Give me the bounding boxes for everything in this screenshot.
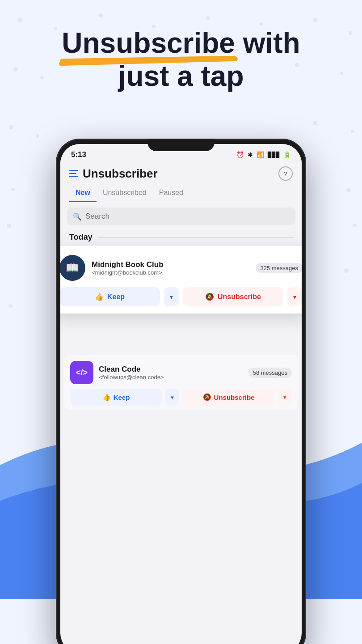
keep-label-cc: Keep [114,394,130,401]
search-icon: 🔍 [73,212,82,221]
keep-button-mbc[interactable]: 👍 Keep [60,287,160,306]
keep-dropdown-cc[interactable]: ▾ [165,389,179,406]
tabs-row: New Unsubscribed Paused [60,181,302,202]
tab-new[interactable]: New [69,186,97,202]
search-input[interactable] [85,212,289,221]
bluetooth-icon: ✱ [248,151,253,158]
phone-notch [147,139,215,151]
email-info-mbc: Midnight Book Club <midnight@bookclub.co… [92,260,249,276]
app-header: Unsubscriber ? [60,163,302,181]
email-card-top-cc: </> Clean Code <followups@clean.code> 58… [70,361,292,384]
search-bar[interactable]: 🔍 [67,208,295,225]
unsubscribe-label-cc: Unsubscribe [214,394,255,401]
status-icons: ⏰ ✱ 📶 ▉▉▉ 🔋 [236,151,291,158]
help-button[interactable]: ? [278,166,293,181]
today-label: Today [69,233,93,242]
menu-icon[interactable] [69,170,78,177]
email-addr-mbc: <midnight@bookclub.com> [92,269,249,276]
email-name-cc: Clean Code [99,365,243,374]
battery-icon: 🔋 [283,151,291,158]
alarm-icon: ⏰ [236,151,244,158]
unsubscribe-dropdown-cc[interactable]: ▾ [278,389,292,406]
phone-screen: 5:13 ⏰ ✱ 📶 ▉▉▉ 🔋 Unsubscriber ? [60,144,302,644]
unsubscribe-label-mbc: Unsubscribe [218,293,261,301]
keep-button-cc[interactable]: 👍 Keep [70,389,162,406]
wifi-icon: 📶 [257,151,264,158]
email-info-cc: Clean Code <followups@clean.code> [99,365,243,381]
tab-unsubscribed[interactable]: Unsubscribed [97,186,153,202]
email-card-midnight-book-club: 📖 Midnight Book Club <midnight@bookclub.… [60,246,302,314]
app-title-row: Unsubscriber [69,167,158,181]
thumbs-up-icon-mbc: 👍 [95,292,104,301]
unsubscribe-dropdown-mbc[interactable]: ▾ [287,287,302,306]
email-addr-cc: <followups@clean.code> [99,374,243,381]
email-actions-mbc: 👍 Keep ▾ 🔕 Unsubscribe ▾ [60,287,302,306]
bell-off-icon-cc: 🔕 [203,393,211,401]
email-card-clean-code: </> Clean Code <followups@clean.code> 58… [64,355,298,410]
thumbs-up-icon-cc: 👍 [102,393,111,401]
signal-icon: ▉▉▉ [268,152,280,158]
email-card-top-mbc: 📖 Midnight Book Club <midnight@bookclub.… [60,255,302,281]
hero-section: Unsubscribe with just a tap [0,27,362,93]
email-actions-cc: 👍 Keep ▾ 🔕 Unsubscribe ▾ [70,389,292,406]
hero-underline-word: Unsubscribe [62,27,235,60]
tab-paused[interactable]: Paused [153,186,189,202]
email-count-cc: 58 messages [248,368,292,378]
keep-label-mbc: Keep [107,293,125,301]
bell-off-icon-mbc: 🔕 [205,292,214,301]
keep-dropdown-mbc[interactable]: ▾ [164,287,179,306]
status-time: 5:13 [71,150,86,159]
hero-title-line2: just a tap [0,60,362,93]
avatar-midnight-book-club: 📖 [60,255,85,281]
book-icon: 📖 [66,262,79,274]
section-today: Today [60,231,302,246]
email-count-mbc: 325 messages [256,263,302,273]
unsubscribe-button-mbc[interactable]: 🔕 Unsubscribe [183,287,283,306]
email-name-mbc: Midnight Book Club [92,260,249,269]
unsubscribe-button-cc[interactable]: 🔕 Unsubscribe [183,389,274,406]
phone-frame: 5:13 ⏰ ✱ 📶 ▉▉▉ 🔋 Unsubscriber ? [56,139,306,644]
avatar-clean-code: </> [70,361,93,384]
app-title: Unsubscriber [83,167,158,181]
